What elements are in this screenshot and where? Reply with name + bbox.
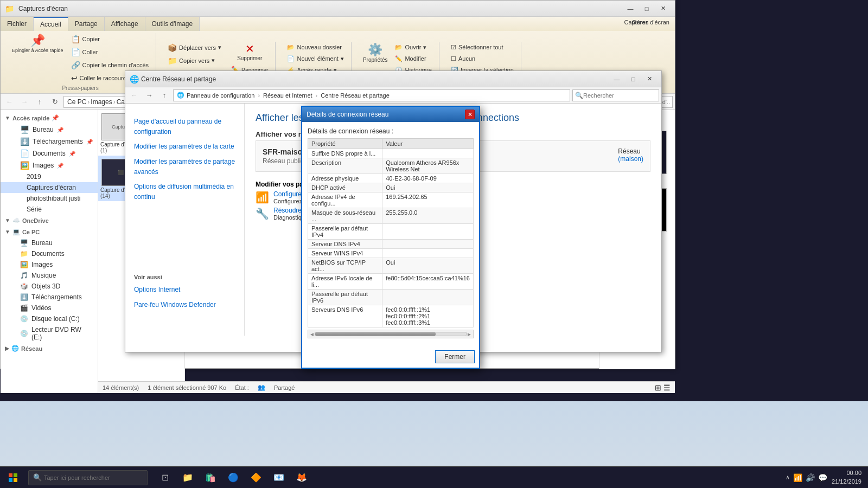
tab-partage[interactable]: Partage (68, 17, 105, 31)
sidebar-item-telechargements[interactable]: ⬇️ Téléchargements 📌 1 (1, 136, 98, 147)
network-icon-title: 🌐 (130, 75, 139, 84)
task-view-icon: ⊡ (162, 472, 169, 483)
dd-titlebar: Détails de connexion réseau ✕ (302, 107, 479, 122)
dd-scrollbar[interactable] (315, 332, 467, 336)
sidebar-item-images2[interactable]: 🖼️ Images (1, 259, 98, 270)
deplacer-button[interactable]: 📦 Déplacer vers ▾ (165, 42, 224, 54)
sidebar-item-telechargements2[interactable]: ⬇️ Téléchargements (1, 292, 98, 303)
open-icon: 📂 (395, 44, 403, 51)
sidebar-item-disque-local[interactable]: 💿 Disque local (C:) (1, 313, 98, 324)
maximize-button[interactable]: □ (639, 3, 654, 15)
nw-title: Centre Réseau et partage (141, 75, 609, 83)
nw-diffusion-link[interactable]: Options de diffusion multimédia en conti… (125, 179, 244, 204)
sidebar-item-photos[interactable]: photosthibault justi (1, 193, 98, 204)
ouvrir-label: Ouvrir (405, 44, 421, 50)
nw-close-button[interactable]: ✕ (642, 73, 657, 85)
nouveau-dossier-button[interactable]: 📂 Nouveau dossier (284, 42, 346, 53)
sidebar-item-videos[interactable]: 🎬 Vidéos (1, 303, 98, 313)
nw-page-accueil-link[interactable]: Page d'accueil du panneau de configurati… (125, 114, 244, 139)
nw-change-params-link[interactable]: Modifier les paramètres de la carte (125, 139, 244, 154)
nw-change-share-link[interactable]: Modifier les paramètres de partage avanc… (125, 155, 244, 179)
delete-icon: ✕ (245, 43, 254, 54)
nw-options-internet-link[interactable]: Options Internet (125, 282, 244, 297)
scroll-right-arrow[interactable]: ► (467, 331, 472, 337)
firefox-taskbar-button[interactable]: 🦊 (291, 467, 312, 489)
dd-dialog-close-button[interactable]: ✕ (465, 110, 475, 119)
sidebar-section-acces-rapide[interactable]: ▼ Accès rapide 📌 (1, 112, 98, 124)
nw-sidebar: Page d'accueil du panneau de configurati… (125, 104, 245, 336)
selectionner-tout-button[interactable]: ☑ Sélectionner tout (448, 42, 516, 53)
sidebar-item-bureau[interactable]: 🖥️ Bureau 📌 (1, 124, 98, 136)
nw-up-button[interactable]: ↑ (158, 89, 171, 102)
tray-chevron[interactable]: ∧ (786, 474, 790, 481)
tab-affichage[interactable]: Affichage (105, 17, 145, 31)
taskbar-search-box[interactable]: 🔍 (28, 470, 148, 485)
start-button[interactable] (0, 467, 26, 489)
outlook-taskbar-button[interactable]: 📧 (268, 467, 290, 489)
sidebar-item-documents[interactable]: 📄 Documents 📌 (1, 147, 98, 159)
sidebar-section-reseau[interactable]: ▶ 🌐 Réseau (1, 343, 98, 354)
volume-tray-icon[interactable]: 🔊 (806, 473, 815, 482)
nw-maison-link[interactable]: (maison) (618, 155, 643, 163)
close-button[interactable]: ✕ (655, 3, 671, 15)
dd-title-text: Détails de connexion réseau (307, 111, 465, 118)
back-button[interactable]: ← (3, 95, 16, 108)
sidebar-item-2019[interactable]: 2019 (1, 171, 98, 182)
forward-button[interactable]: → (18, 95, 31, 108)
nw-reseau-text: Réseau (618, 147, 643, 155)
sidebar-item-bureau2[interactable]: 🖥️ Bureau (1, 237, 98, 248)
tab-outils-image[interactable]: Outils d'image (145, 17, 200, 31)
sidebar-item-captures[interactable]: Captures d'écran (1, 182, 98, 193)
notification-tray-icon[interactable]: 💬 (818, 473, 827, 482)
nw-path[interactable]: 🌐 Panneau de configuration › Réseau et I… (173, 89, 570, 101)
dd-scrollbar-area[interactable]: ◄ ► (308, 330, 474, 338)
sidebar-item-images[interactable]: 🖼️ Images 📌 (1, 159, 98, 171)
nw-search-box[interactable]: 🔍 (572, 89, 659, 101)
system-tray: ∧ 📶 🔊 💬 00:00 21/12/2019 (779, 469, 868, 486)
nw-forward-button[interactable]: → (143, 89, 156, 102)
nw-minimize-button[interactable]: — (609, 73, 624, 85)
sidebar-item-musique[interactable]: 🎵 Musique (1, 270, 98, 281)
coller-button[interactable]: 📄 Coller (68, 46, 152, 58)
store-taskbar-button[interactable]: 🛍️ (200, 467, 221, 489)
modifier-label: Modifier (405, 55, 426, 62)
scroll-left-arrow[interactable]: ◄ (309, 331, 315, 337)
onedrive-label: OneDrive (22, 217, 49, 224)
vlc-taskbar-button[interactable]: 🔶 (245, 467, 267, 489)
sidebar-section-onedrive[interactable]: ▼ ☁️ OneDrive (1, 215, 98, 226)
sidebar-item-serie[interactable]: Série (1, 204, 98, 215)
refresh-button[interactable]: ↻ (48, 95, 61, 108)
grid-view-button[interactable]: ⊞ (655, 383, 661, 392)
task-view-button[interactable]: ⊡ (154, 467, 176, 489)
sidebar-item-lecteur-dvd[interactable]: 💿 Lecteur DVD RW (E:) (1, 324, 98, 343)
dd-fermer-button[interactable]: Fermer (435, 350, 475, 363)
sidebar-section-ce-pc[interactable]: ▼ 💻 Ce PC (1, 226, 98, 237)
copier-button[interactable]: 📋 Copier (68, 33, 152, 45)
up-button[interactable]: ↑ (33, 95, 46, 108)
ouvrir-button[interactable]: 📂 Ouvrir ▾ (392, 42, 435, 53)
nw-maximize-button[interactable]: □ (626, 73, 641, 85)
tab-captures-label[interactable]: Captures d'écran (624, 19, 669, 25)
aucun-button[interactable]: ☐ Aucun (448, 54, 516, 64)
network-tray-icon[interactable]: 📶 (793, 473, 802, 482)
proprietes-button[interactable]: ⚙️ Propriétés (360, 42, 391, 65)
tray-time[interactable]: 00:00 21/12/2019 (832, 469, 861, 486)
list-view-button[interactable]: ☰ (663, 383, 671, 392)
epingler-button[interactable]: 📌 Épingler à Accès rapide (9, 33, 66, 55)
nouvel-element-button[interactable]: 📄 Nouvel élément ▾ (284, 54, 346, 64)
copier-chemin-button[interactable]: 🔗 Copier le chemin d'accès (68, 59, 152, 71)
nw-search-input[interactable] (583, 92, 656, 99)
sidebar-item-objets3d[interactable]: 🎲 Objets 3D (1, 281, 98, 292)
file-explorer-taskbar-button[interactable]: 📁 (177, 467, 199, 489)
supprimer-button[interactable]: ✕ Supprimer (228, 42, 271, 63)
copier-vers-button[interactable]: 📁 Copier vers ▾ (165, 55, 224, 67)
tab-fichier[interactable]: Fichier (1, 17, 34, 31)
minimize-button[interactable]: — (623, 3, 638, 15)
nw-pare-feu-link[interactable]: Pare-feu Windows Defender (125, 298, 244, 312)
tab-accueil[interactable]: Accueil (34, 17, 68, 31)
taskbar-search-input[interactable] (44, 474, 143, 481)
modifier-button[interactable]: ✏️ Modifier (392, 54, 435, 64)
nw-back-button[interactable]: ← (127, 89, 141, 102)
chrome-taskbar-button[interactable]: 🔵 (222, 467, 244, 489)
sidebar-item-documents2[interactable]: 📁 Documents (1, 248, 98, 259)
